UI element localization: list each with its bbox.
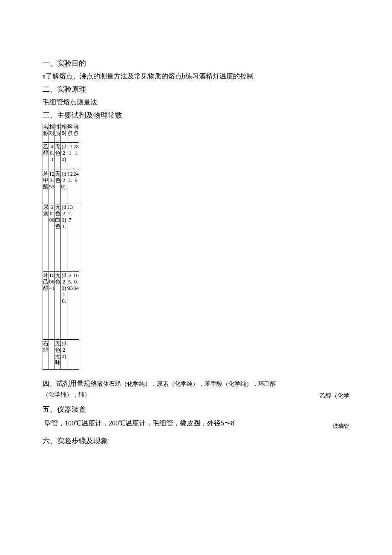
th-0: 名称 bbox=[43, 123, 49, 142]
td: 249 bbox=[73, 170, 79, 203]
td: 尿素 bbox=[43, 203, 49, 271]
td bbox=[49, 339, 55, 369]
td: (d20). bbox=[61, 170, 67, 203]
td: -11 bbox=[67, 142, 73, 170]
td: 苯甲酸 bbox=[43, 170, 49, 203]
sec1-title: 一、实验目的 bbox=[43, 58, 349, 69]
sec6-title: 六、实验步骤及现象 bbox=[43, 435, 349, 447]
td bbox=[67, 339, 73, 369]
td: 石蜡 bbox=[43, 339, 49, 369]
reagent-table: 名称 相对 性质 相对 熔点 沸点 乙醇 46.3 无色 (d20) -11 7… bbox=[43, 123, 79, 370]
th-5: 沸点 bbox=[73, 123, 79, 142]
table-row: 石蜡 无色无味 (d20) bbox=[43, 339, 79, 369]
table-row: 尿素 60.06 无色白色 (d20)1. 132.7 bbox=[43, 203, 79, 271]
table-row: 苯甲酸 122.53 无色 (d20). 122. 249 bbox=[43, 170, 79, 203]
td: 160.84 bbox=[73, 271, 79, 339]
sec5-title: 五、仪器装置 bbox=[43, 404, 349, 415]
td: (d20) bbox=[61, 142, 67, 170]
td: 60.06 bbox=[49, 203, 55, 271]
td: 无色无味 bbox=[55, 339, 61, 369]
sec2-body: 毛细管熔点测量法 bbox=[43, 97, 349, 108]
sec4-lead: 四、试剂用量规格 bbox=[43, 380, 97, 387]
th-3: 相对 bbox=[61, 123, 67, 142]
td: 100641 bbox=[49, 271, 55, 339]
td: 无色 bbox=[55, 142, 61, 170]
sec4-line1: 四、试剂用量规格液体石蜡（化学纯），尿素（化学纯），苯甲酸（化学纯），环己醇 bbox=[43, 378, 349, 389]
sec3-title: 三、主要试剂及物理常数 bbox=[43, 110, 349, 121]
td: 无色白色 bbox=[55, 203, 61, 271]
sec2-title: 二、实验原理 bbox=[43, 84, 349, 95]
table-row: 乙醇 46.3 无色 (d20) -11 781 bbox=[43, 142, 79, 170]
td: (d20)10. bbox=[61, 271, 67, 339]
sec5-body: 型管，100℃温度计，200℃温度计，毛细管，橡皮圈，外径5〜8 bbox=[44, 419, 234, 427]
sec4-body2: （化学纯），纯） bbox=[43, 391, 90, 398]
td: 无色 bbox=[55, 170, 61, 203]
th-4: 熔点 bbox=[67, 123, 73, 142]
sec4-body1: 液体石蜡（化学纯），尿素（化学纯），苯甲酸（化学纯），环己醇 bbox=[97, 381, 276, 387]
td: 无色 bbox=[55, 271, 61, 339]
sec5-right: 玻璃管 bbox=[333, 422, 349, 431]
td: 25.93 bbox=[67, 271, 73, 339]
th-2: 性质 bbox=[55, 123, 61, 142]
td: 122. bbox=[67, 170, 73, 203]
table-row: 环己醇 100641 无色 (d20)10. 25.93 160.84 bbox=[43, 271, 79, 339]
td: 46.3 bbox=[49, 142, 55, 170]
td: 乙醇 bbox=[43, 142, 49, 170]
sec1-body: a了解熔点、沸点的测量方法及常见物质的熔点b练习酒精灯温度的控制 bbox=[43, 71, 349, 82]
td: 环己醇 bbox=[43, 271, 49, 339]
td: 122.53 bbox=[49, 170, 55, 203]
th-1: 相对 bbox=[49, 123, 55, 142]
table-row-head: 名称 相对 性质 相对 熔点 沸点 bbox=[43, 123, 79, 142]
td: (d20)1. bbox=[61, 203, 67, 271]
td: (d20) bbox=[61, 339, 67, 369]
td bbox=[73, 203, 79, 271]
td bbox=[73, 339, 79, 369]
td: 781 bbox=[73, 142, 79, 170]
td: 132.7 bbox=[67, 203, 73, 271]
sec4-right: 乙醇（化学 bbox=[320, 391, 349, 401]
